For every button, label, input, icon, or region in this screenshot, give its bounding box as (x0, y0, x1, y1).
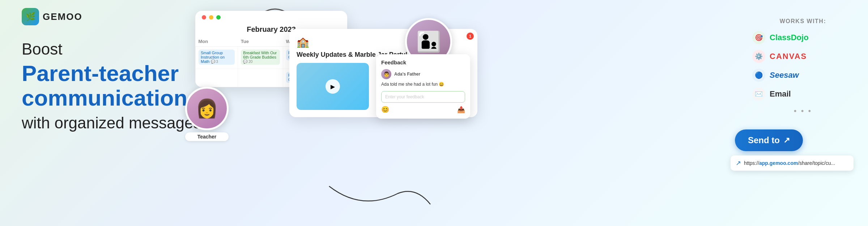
notification-badge: 1 (467, 33, 474, 40)
email-name: Email (770, 89, 791, 99)
cal-event-2: Breakfast With Our 6th Grade Buddies 💬 2… (241, 50, 280, 65)
feedback-user-row: 👨 Ada's Father (381, 69, 465, 79)
classdojo-logo-icon: 🎯 (752, 31, 765, 44)
window-dot-red (202, 15, 206, 20)
url-arrow-icon: ↗ (736, 159, 741, 167)
more-partners-dots: • • • (752, 106, 854, 116)
classdojo-name: ClassDojo (770, 33, 809, 42)
headline: Parent-teachercommunication (22, 61, 203, 110)
feedback-panel: Feedback 👨 Ada's Father Ada told me she … (376, 54, 470, 119)
cal-cell-tue: Breakfast With Our 6th Grade Buddies 💬 2… (238, 47, 283, 69)
partner-classdojo: 🎯 ClassDojo (752, 31, 854, 44)
feedback-username: Ada's Father (394, 72, 420, 77)
url-text: https://app.gemoo.com/share/topic/cu... (744, 160, 835, 166)
feedback-user-avatar: 👨 (381, 69, 391, 79)
send-icon[interactable]: 📤 (457, 106, 465, 114)
play-button[interactable]: ▶ (326, 79, 340, 94)
send-to-label: Send to (748, 135, 780, 145)
subheadline: with organized messages (22, 114, 203, 132)
works-with-panel: WORKS WITH: 🎯 ClassDojo ⚙️ CANVAS 🔵 Sees… (752, 18, 854, 119)
email-logo-icon: ✉️ (752, 88, 765, 101)
url-bar[interactable]: ↗ https://app.gemoo.com/share/topic/cu..… (731, 155, 854, 171)
send-to-arrow-icon: ↗ (783, 136, 790, 145)
calendar-top-bar (195, 11, 347, 24)
decorative-curve (326, 183, 434, 219)
feedback-title: Feedback (381, 59, 465, 65)
video-thumbnail[interactable]: ▶ (297, 63, 369, 110)
seesaw-logo-icon: 🔵 (752, 69, 765, 82)
cal-header-tue: Tue (238, 37, 283, 47)
logo-area: 🌿 GEMOO (22, 8, 82, 25)
logo-text: GEMOO (43, 11, 82, 22)
teacher-label: Teacher (185, 132, 229, 141)
boost-text: Boost (22, 40, 203, 59)
cal-cell-tue2 (238, 69, 283, 87)
teacher-avatar: 👩 Teacher (185, 87, 229, 141)
cal-header-mon: Mon (196, 37, 238, 47)
left-section: Boost Parent-teachercommunication with o… (22, 40, 203, 132)
emoji-icon[interactable]: 😊 (381, 106, 389, 114)
cal-cell-mon: Small Group Instruction on Math 💬 3 (196, 47, 238, 69)
seesaw-name: Seesaw (770, 71, 799, 80)
teacher-avatar-circle: 👩 (185, 87, 229, 130)
works-with-title: WORKS WITH: (752, 18, 854, 25)
cal-cell-mon2 (196, 69, 238, 87)
partner-email: ✉️ Email (752, 88, 854, 101)
logo-icon: 🌿 (22, 8, 39, 25)
partner-canvas: ⚙️ CANVAS (752, 50, 854, 63)
send-to-button[interactable]: Send to ↗ (735, 129, 803, 151)
partner-seesaw: 🔵 Seesaw (752, 69, 854, 82)
canvas-name: CANVAS (770, 52, 807, 61)
feedback-input-display[interactable]: Enter your feedback (381, 91, 465, 103)
feedback-icons-row: 😊 📤 (381, 106, 465, 114)
feedback-comment: Ada told me she had a lot fun 😄 (381, 81, 465, 88)
window-dot-yellow (209, 15, 213, 20)
canvas-logo-icon: ⚙️ (752, 50, 765, 63)
cal-event-1: Small Group Instruction on Math 💬 3 (199, 50, 235, 65)
window-dot-green (216, 15, 221, 20)
